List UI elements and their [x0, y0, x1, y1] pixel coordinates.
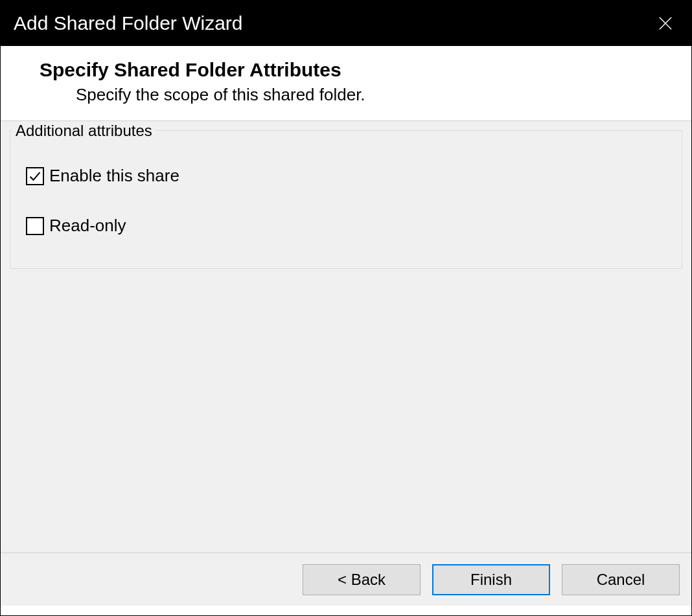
titlebar: Add Shared Folder Wizard	[1, 1, 691, 46]
enable-share-row: Enable this share	[26, 166, 666, 186]
read-only-label[interactable]: Read-only	[49, 216, 126, 236]
enable-share-label[interactable]: Enable this share	[49, 166, 179, 186]
finish-button[interactable]: Finish	[432, 564, 550, 595]
read-only-checkbox[interactable]	[26, 217, 44, 235]
page-subheading: Specify the scope of this shared folder.	[40, 85, 678, 105]
back-button[interactable]: < Back	[303, 564, 421, 595]
footer: < Back Finish Cancel	[1, 553, 691, 606]
groupbox-legend: Additional attributes	[12, 122, 156, 140]
cancel-button[interactable]: Cancel	[562, 564, 680, 595]
window-title: Add Shared Folder Wizard	[14, 12, 243, 34]
content-area: Additional attributes Enable this share …	[1, 120, 691, 553]
checkmark-icon	[29, 170, 41, 183]
enable-share-checkbox[interactable]	[26, 167, 44, 185]
additional-attributes-group: Additional attributes Enable this share …	[10, 130, 682, 269]
read-only-row: Read-only	[26, 216, 666, 236]
header-section: Specify Shared Folder Attributes Specify…	[1, 46, 691, 120]
close-button[interactable]	[652, 10, 678, 36]
page-heading: Specify Shared Folder Attributes	[40, 59, 678, 81]
close-icon	[658, 16, 673, 30]
